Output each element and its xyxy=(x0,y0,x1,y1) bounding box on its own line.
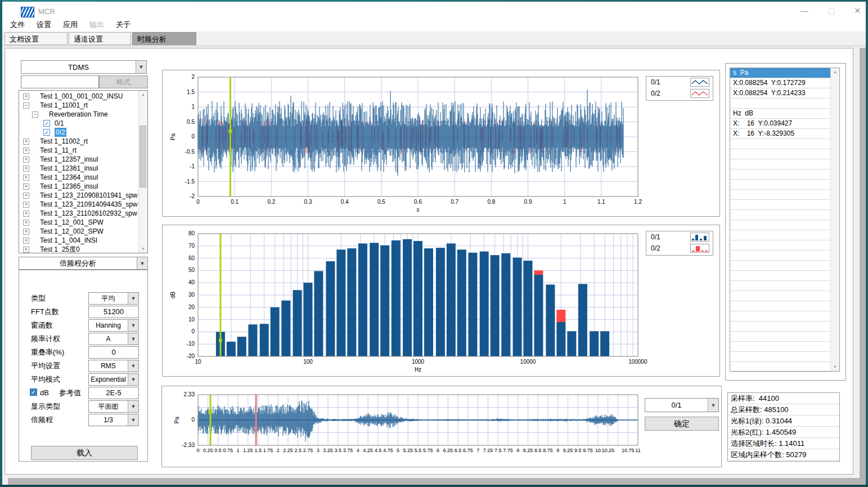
tree-item-label[interactable]: Test 1_12_002_SPW xyxy=(40,227,104,236)
readout-row[interactable] xyxy=(730,139,831,149)
tree-item-label[interactable]: 0/1 xyxy=(55,119,64,128)
readout-row[interactable] xyxy=(730,332,831,342)
readout-row[interactable] xyxy=(730,352,831,362)
expand-icon[interactable]: + xyxy=(23,93,29,100)
expand-icon[interactable]: + xyxy=(23,211,29,217)
menu-item-2[interactable]: 设置 xyxy=(33,20,55,30)
tree-scrollbar[interactable]: ▲ ▼ xyxy=(138,91,147,253)
reference-value-input[interactable]: 2E-5 xyxy=(88,387,139,399)
tree-item-label[interactable]: Test 1_12_001_SPW xyxy=(40,218,104,227)
expand-icon[interactable]: + xyxy=(23,166,29,172)
chevron-down-icon[interactable]: ▼ xyxy=(708,399,718,412)
scroll-up-icon[interactable]: ▲ xyxy=(139,91,147,99)
tree-item[interactable]: +Test 1_123_210914094435_spw xyxy=(19,200,139,209)
search-input[interactable] xyxy=(21,75,99,88)
scroll-down-icon[interactable]: ▼ xyxy=(139,245,147,253)
tree-item-label[interactable]: Test 1_11001_rt xyxy=(40,101,88,110)
readout-row[interactable]: Hz dB xyxy=(730,109,831,119)
chevron-down-icon[interactable]: ▼ xyxy=(128,414,138,426)
tree-item[interactable]: +Test 1_1_004_INSI xyxy=(19,236,139,245)
tree-item[interactable]: +Test 1_12364_insul xyxy=(19,173,139,182)
confirm-button[interactable]: 确定 xyxy=(645,417,719,431)
tree-item-label[interactable]: Test 1_123_211026102932_spw xyxy=(40,209,137,218)
readout-row[interactable] xyxy=(730,230,831,240)
scroll-up-icon[interactable]: ▲ xyxy=(831,68,839,76)
tree-item-label[interactable]: Test 1_12357_insul xyxy=(40,155,98,164)
readout-row[interactable]: X: 16 Y:-8.329305 xyxy=(730,129,831,139)
menu-item-5[interactable]: 关于 xyxy=(113,20,134,30)
readout-row[interactable] xyxy=(730,271,831,281)
readout-row[interactable] xyxy=(730,180,831,190)
tree-item-label[interactable]: Reverberation Time xyxy=(49,110,108,119)
tree-item[interactable]: ✓0/1 xyxy=(19,119,139,128)
chevron-down-icon[interactable]: ▼ xyxy=(128,360,138,372)
readout-row[interactable] xyxy=(730,240,831,251)
full-waveform-chart[interactable]: 2.330-2.3300.250.50.7511.251.51.7522.252… xyxy=(162,386,721,467)
readout-row[interactable] xyxy=(730,190,831,200)
form-input[interactable]: 0 xyxy=(88,346,139,359)
expand-icon[interactable]: + xyxy=(23,238,29,244)
readout-row[interactable] xyxy=(730,220,831,230)
readout-row[interactable] xyxy=(730,149,831,159)
readout-row[interactable] xyxy=(730,291,831,301)
form-combobox[interactable]: 1/3▼ xyxy=(88,414,139,426)
tree-item-label[interactable]: Test 1_123_210914094435_spw xyxy=(40,200,137,209)
readout-row[interactable] xyxy=(730,311,831,321)
readout-row[interactable] xyxy=(730,301,831,311)
minimize-button[interactable]: — xyxy=(797,6,812,16)
form-combobox[interactable]: RMS▼ xyxy=(88,360,139,372)
tree-item[interactable]: +Test 1_12365_insul xyxy=(19,182,139,191)
legend-row[interactable]: 0/2 xyxy=(646,243,713,254)
readout-row[interactable] xyxy=(730,210,831,220)
readout-row[interactable] xyxy=(730,342,831,352)
tree-item[interactable]: +Test 1_11_rt xyxy=(19,146,139,155)
chevron-down-icon[interactable]: ▼ xyxy=(128,401,138,412)
menu-item-3[interactable]: 应用 xyxy=(60,20,81,30)
tree-item-label[interactable]: 0/2 xyxy=(55,128,66,137)
tree-item[interactable]: +Test 1_123_210908101941_spw xyxy=(19,191,139,200)
chevron-down-icon[interactable]: ▼ xyxy=(128,320,138,331)
form-input[interactable]: 51200 xyxy=(88,306,139,318)
file-format-combobox[interactable]: TDMS ▼ xyxy=(21,60,147,74)
close-button[interactable]: ✕ xyxy=(850,6,865,16)
tree-item-label[interactable]: Test 1_11_rt xyxy=(40,146,77,155)
tree-item-label[interactable]: Test 1_001_001_002_INSU xyxy=(40,92,123,101)
menu-item-1[interactable]: 文件 xyxy=(7,20,28,30)
tree-scrollbar-thumb[interactable] xyxy=(140,126,146,187)
expand-icon[interactable]: + xyxy=(23,138,29,145)
readout-row[interactable]: X: 16 Y:0.039427 xyxy=(730,119,831,129)
tree-item[interactable]: +Test 1_12_002_SPW xyxy=(19,227,139,236)
legend-row[interactable]: 0/2 xyxy=(646,88,713,99)
load-button[interactable]: 载入 xyxy=(31,446,138,460)
tab-3[interactable]: 时频分析 xyxy=(132,32,196,45)
expand-icon[interactable]: + xyxy=(23,148,29,154)
readout-row[interactable] xyxy=(730,362,831,372)
tree-item-label[interactable]: Test 1_11002_rt xyxy=(40,137,88,146)
tree-item[interactable]: +Test 1_12357_insul xyxy=(19,155,139,164)
legend-row[interactable]: 0/1 xyxy=(646,77,713,88)
tree-item-label[interactable]: Test 1_1_004_INSI xyxy=(40,236,97,245)
tree-item-label[interactable]: Test 1_12365_insul xyxy=(40,182,98,191)
tree-item[interactable]: +Test 1_123_211026102932_spw xyxy=(19,209,139,218)
readout-row[interactable] xyxy=(730,159,831,169)
scroll-down-icon[interactable]: ▼ xyxy=(831,363,839,371)
chevron-down-icon[interactable]: ▼ xyxy=(136,61,146,73)
readout-row[interactable]: X:0.088254 Y:0.214233 xyxy=(730,88,831,99)
collapse-icon[interactable]: − xyxy=(23,102,29,109)
tree-item[interactable]: +Test 1_12_001_SPW xyxy=(19,218,139,227)
tab-2[interactable]: 通道设置 xyxy=(69,32,131,45)
readout-row[interactable] xyxy=(730,251,831,261)
form-combobox[interactable]: 平面图▼ xyxy=(88,400,139,413)
octave-spectrum-chart[interactable]: -20-100102030405060708010100100010000100… xyxy=(163,225,719,376)
channel-combobox[interactable]: 0/1 ▼ xyxy=(645,398,719,412)
chevron-down-icon[interactable]: ▼ xyxy=(128,293,138,304)
legend-row[interactable]: 0/1 xyxy=(646,231,713,243)
tree-item[interactable]: +Test 1_001_001_002_INSU xyxy=(19,92,139,101)
form-combobox[interactable]: 平均▼ xyxy=(88,292,139,305)
menu-item-4[interactable]: 输出 xyxy=(86,20,107,30)
collapse-icon[interactable]: − xyxy=(32,111,38,118)
readout-row[interactable] xyxy=(730,99,831,109)
tree-item-label[interactable]: Test 1_123_210908101941_spw xyxy=(40,191,137,200)
form-combobox[interactable]: Hanning▼ xyxy=(88,319,139,332)
expand-icon[interactable]: + xyxy=(23,247,29,253)
